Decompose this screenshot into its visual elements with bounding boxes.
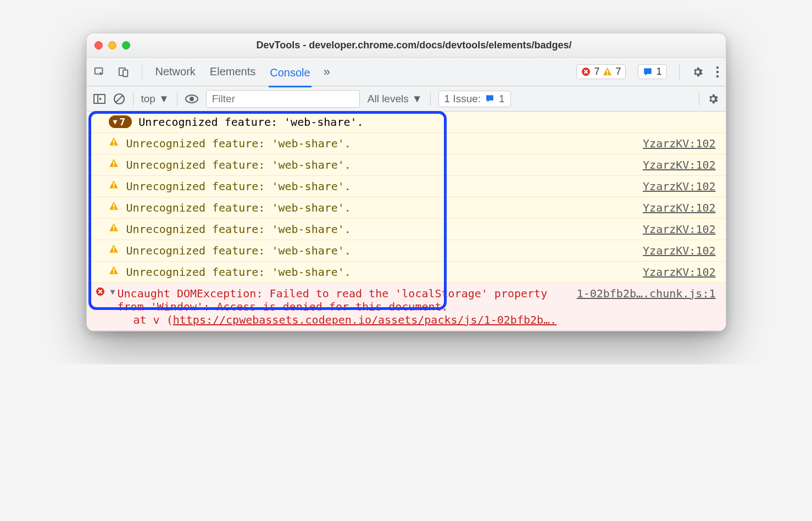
message-icon (643, 67, 653, 77)
warning-count: 7 (615, 66, 621, 77)
console-messages: ▼ 7 Unrecognized feature: 'web-share'. U… (87, 112, 726, 331)
warning-source-link[interactable]: YzarzKV:102 (643, 137, 715, 150)
console-warning-row[interactable]: Unrecognized feature: 'web-share'.YzarzK… (87, 176, 726, 197)
group-message: Unrecognized feature: 'web-share'. (138, 115, 363, 129)
main-toolbar: Network Elements Console » 7 7 1 (87, 58, 726, 86)
warning-icon (109, 223, 119, 232)
levels-label: All levels (368, 93, 409, 105)
warning-message: Unrecognized feature: 'web-share'. (126, 244, 351, 257)
warning-source-link[interactable]: YzarzKV:102 (643, 180, 715, 193)
svg-rect-25 (113, 247, 114, 251)
svg-rect-27 (113, 269, 114, 272)
window-title: DevTools - developer.chrome.com/docs/dev… (143, 40, 718, 51)
tab-console[interactable]: Console (269, 64, 311, 87)
warning-icon (109, 137, 119, 147)
svg-rect-15 (113, 140, 114, 143)
warning-source-link[interactable]: YzarzKV:102 (643, 158, 715, 171)
console-toolbar: top ▼ All levels ▼ 1 Issue: 1 (87, 86, 726, 112)
chevron-down-icon: ▼ (159, 93, 169, 105)
toolbar-divider (177, 92, 177, 106)
warning-icon (109, 158, 119, 168)
svg-rect-4 (607, 70, 608, 73)
console-warning-row[interactable]: Unrecognized feature: 'web-share'.YzarzK… (87, 154, 726, 176)
warning-source-link[interactable]: YzarzKV:102 (643, 265, 715, 279)
error-icon (581, 67, 591, 76)
svg-rect-19 (113, 183, 114, 186)
warning-source-link[interactable]: YzarzKV:102 (643, 223, 715, 236)
console-settings-icon[interactable] (707, 93, 719, 105)
error-stack: at v (https://cpwebassets.codepen.io/ass… (110, 313, 716, 326)
clear-console-icon[interactable] (113, 93, 125, 105)
traffic-lights (94, 41, 130, 49)
settings-icon[interactable] (692, 66, 704, 78)
devtools-window: DevTools - developer.chrome.com/docs/dev… (86, 33, 726, 331)
toolbar-divider (430, 92, 431, 106)
chevron-down-icon[interactable]: ▼ (110, 287, 115, 313)
svg-rect-16 (113, 143, 114, 145)
console-sidebar-toggle-icon[interactable] (93, 93, 105, 104)
live-expression-icon[interactable] (185, 94, 198, 104)
warning-message: Unrecognized feature: 'web-share'. (126, 137, 351, 150)
toolbar-divider (133, 92, 134, 106)
console-error-row[interactable]: ▼ Uncaught DOMException: Failed to read … (87, 283, 726, 331)
warning-source-link[interactable]: YzarzKV:102 (643, 201, 715, 214)
error-warning-counter[interactable]: 7 7 (576, 64, 626, 79)
warning-message: Unrecognized feature: 'web-share'. (126, 201, 351, 214)
issues-label: 1 Issue: (444, 93, 481, 105)
messages-count: 1 (656, 66, 661, 77)
issues-count: 1 (499, 93, 505, 105)
filter-input[interactable] (206, 90, 360, 108)
maximize-window-button[interactable] (122, 41, 130, 49)
log-levels-selector[interactable]: All levels ▼ (368, 93, 422, 105)
error-stack-link[interactable]: https://cpwebassets.codepen.io/assets/pa… (173, 313, 557, 326)
tab-elements[interactable]: Elements (209, 63, 257, 80)
chevron-down-icon: ▼ (412, 93, 422, 105)
svg-rect-18 (113, 165, 114, 166)
console-warning-row[interactable]: Unrecognized feature: 'web-share'.YzarzK… (87, 197, 726, 219)
more-tabs-icon[interactable]: » (324, 65, 330, 79)
message-group-header[interactable]: ▼ 7 Unrecognized feature: 'web-share'. (87, 112, 726, 133)
messages-counter[interactable]: 1 (638, 64, 666, 79)
svg-rect-21 (113, 204, 114, 208)
warning-message: Unrecognized feature: 'web-share'. (126, 158, 351, 171)
svg-point-14 (190, 97, 194, 101)
console-warning-row[interactable]: Unrecognized feature: 'web-share'.YzarzK… (87, 240, 726, 262)
warning-icon (109, 265, 119, 275)
svg-rect-26 (113, 251, 114, 252)
svg-rect-17 (113, 162, 114, 165)
console-warning-row[interactable]: Unrecognized feature: 'web-share'.YzarzK… (87, 219, 726, 240)
message-icon (485, 94, 494, 103)
close-window-button[interactable] (94, 41, 103, 49)
group-count-badge: ▼ 7 (109, 115, 132, 128)
error-source-link[interactable]: 1-02bfb2b….chunk.js:1 (577, 287, 716, 313)
minimize-window-button[interactable] (108, 41, 116, 49)
device-toolbar-icon[interactable] (118, 66, 130, 78)
svg-point-6 (716, 66, 719, 69)
warning-message: Unrecognized feature: 'web-share'. (126, 180, 351, 193)
svg-point-8 (716, 75, 719, 77)
tab-network[interactable]: Network (154, 63, 197, 80)
toolbar-divider (142, 64, 142, 80)
context-selector[interactable]: top ▼ (141, 93, 169, 105)
console-warning-row[interactable]: Unrecognized feature: 'web-share'.YzarzK… (87, 262, 726, 283)
toolbar-divider (699, 92, 699, 106)
toolbar-divider (679, 64, 680, 80)
warning-source-link[interactable]: YzarzKV:102 (643, 244, 715, 257)
more-options-icon[interactable] (716, 66, 719, 78)
error-count: 7 (594, 66, 599, 77)
svg-rect-20 (113, 186, 114, 187)
inspect-element-icon[interactable] (93, 66, 105, 78)
svg-point-7 (716, 70, 719, 73)
warning-icon (109, 244, 119, 254)
context-label: top (141, 93, 155, 105)
chevron-down-icon: ▼ (113, 118, 118, 126)
console-warning-row[interactable]: Unrecognized feature: 'web-share'.YzarzK… (87, 133, 726, 154)
warning-rows-container: Unrecognized feature: 'web-share'.YzarzK… (87, 133, 726, 283)
svg-line-12 (116, 96, 123, 102)
error-message: Uncaught DOMException: Failed to read th… (118, 287, 566, 313)
svg-rect-5 (607, 74, 608, 75)
warning-icon (109, 180, 119, 190)
issues-button[interactable]: 1 Issue: 1 (438, 91, 511, 107)
group-count: 7 (119, 116, 125, 128)
svg-rect-28 (113, 272, 114, 273)
